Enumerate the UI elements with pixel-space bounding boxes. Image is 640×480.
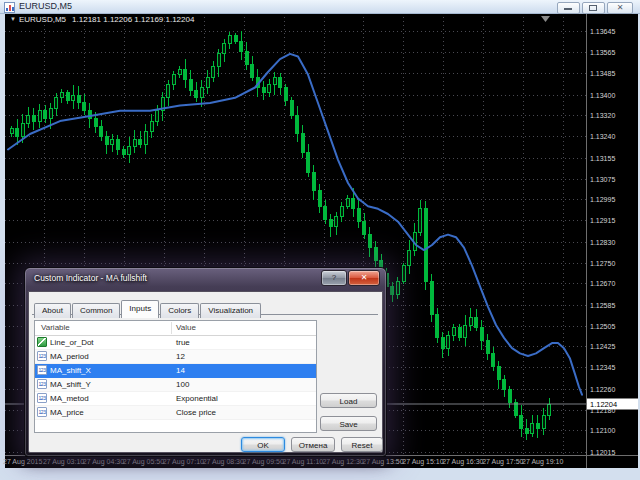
candle-body bbox=[72, 95, 75, 100]
candle-body bbox=[128, 147, 131, 155]
candle-body bbox=[346, 199, 349, 207]
candle-body bbox=[83, 103, 86, 111]
chart-window-icon bbox=[4, 2, 15, 13]
price-tick-label: 1.13240 bbox=[590, 133, 615, 140]
tab-colors[interactable]: Colors bbox=[160, 303, 199, 318]
candle-body bbox=[340, 206, 343, 216]
candle-body bbox=[144, 131, 147, 144]
candle-body bbox=[525, 428, 528, 433]
candle-body bbox=[228, 36, 231, 44]
candle-body bbox=[368, 235, 371, 248]
chart-window-title: EURUSD,M5 bbox=[19, 1, 72, 11]
param-value[interactable]: Exponential bbox=[176, 394, 218, 403]
param-row-ma_period[interactable]: 123MA_period12 bbox=[35, 350, 316, 364]
price-tick-label: 1.12585 bbox=[590, 302, 615, 309]
candle-body bbox=[424, 209, 427, 281]
candle-body bbox=[279, 77, 282, 87]
candle-body bbox=[133, 139, 136, 147]
close-window-button[interactable]: ✕ bbox=[607, 2, 633, 14]
candle-body bbox=[396, 281, 399, 294]
candle-body bbox=[301, 134, 304, 152]
param-value[interactable]: Close price bbox=[176, 408, 216, 417]
help-button[interactable]: ? bbox=[321, 270, 347, 286]
candle-body bbox=[100, 126, 103, 136]
candle-body bbox=[240, 41, 243, 51]
param-value[interactable]: 12 bbox=[176, 352, 185, 361]
time-tick-label: 27 Aug 03:10 bbox=[43, 458, 84, 466]
param-row-ma_metod[interactable]: 123MA_metodExponential bbox=[35, 392, 316, 406]
candle-body bbox=[32, 116, 35, 121]
time-tick-label: 27 Aug 11:10 bbox=[283, 458, 324, 466]
current-price-value: 1.12204 bbox=[590, 400, 617, 409]
time-tick-label: 27 Aug 09:50 bbox=[243, 458, 284, 466]
param-row-ma_price[interactable]: 123MA_priceClose price bbox=[35, 406, 316, 420]
chevron-down-icon[interactable]: ▼ bbox=[10, 16, 16, 22]
candle-body bbox=[206, 77, 209, 87]
candle-body bbox=[464, 325, 467, 338]
price-tick-label: 1.12260 bbox=[590, 386, 615, 393]
price-tick-label: 1.12100 bbox=[590, 427, 615, 434]
tab-about[interactable]: About bbox=[34, 303, 71, 318]
column-header-value[interactable]: Value bbox=[176, 323, 196, 332]
param-value[interactable]: 14 bbox=[176, 366, 185, 375]
price-tick-label: 1.12345 bbox=[590, 364, 615, 371]
candle-body bbox=[486, 340, 489, 353]
candle-body bbox=[402, 266, 405, 281]
candle-body bbox=[60, 93, 63, 98]
candle-body bbox=[122, 149, 125, 154]
candle-body bbox=[284, 87, 287, 100]
candle-body bbox=[234, 36, 237, 41]
param-row-line_or_dot[interactable]: Line_or_Dottrue bbox=[35, 336, 316, 350]
candle-body bbox=[497, 366, 500, 379]
candle-body bbox=[150, 121, 153, 131]
cancel-button[interactable]: Отмена bbox=[291, 437, 335, 452]
candle-body bbox=[312, 173, 315, 191]
candle-body bbox=[94, 118, 97, 126]
candle-body bbox=[55, 98, 58, 108]
candle-body bbox=[212, 67, 215, 77]
candle-body bbox=[307, 152, 310, 173]
candle-body bbox=[38, 111, 41, 121]
price-tick-label: 1.13400 bbox=[590, 92, 615, 99]
reset-button[interactable]: Reset bbox=[341, 437, 383, 452]
dialog-body: AboutCommonInputsColorsVisualization Var… bbox=[28, 291, 383, 453]
minimize-button[interactable] bbox=[557, 2, 580, 14]
price-tick-label: 1.12505 bbox=[590, 323, 615, 330]
tab-visualization[interactable]: Visualization bbox=[200, 303, 261, 318]
save-button[interactable]: Save bbox=[320, 416, 377, 431]
time-tick-label: 27 Aug 08:30 bbox=[203, 458, 244, 466]
candle-body bbox=[352, 199, 355, 209]
price-tick-label: 1.13645 bbox=[590, 28, 615, 35]
chart-symbol-label: EURUSD,M5 bbox=[19, 15, 66, 24]
price-tick-label: 1.12425 bbox=[590, 343, 615, 350]
dialog-title: Custom Indicator - MA fullshift bbox=[34, 273, 147, 283]
candle-body bbox=[21, 124, 24, 137]
enum-type-icon: 123 bbox=[37, 393, 47, 403]
column-header-variable[interactable]: Variable bbox=[41, 323, 70, 332]
candle-body bbox=[452, 328, 455, 336]
param-row-ma_shift_y[interactable]: 123MA_shift_Y100 bbox=[35, 378, 316, 392]
candle-body bbox=[223, 44, 226, 54]
candle-body bbox=[430, 281, 433, 315]
candle-body bbox=[536, 423, 539, 428]
load-button[interactable]: Load bbox=[320, 393, 377, 408]
tab-inputs[interactable]: Inputs bbox=[121, 300, 159, 318]
candle-body bbox=[105, 137, 108, 145]
param-row-ma_shift_x[interactable]: 123MA_shift_X14 bbox=[35, 364, 316, 378]
param-value[interactable]: true bbox=[176, 338, 190, 347]
mt5-window: { "window": { "title": "EURUSD,M5" }, "o… bbox=[0, 0, 640, 480]
dialog-close-button[interactable]: ✕ bbox=[348, 270, 380, 286]
candle-body bbox=[363, 222, 366, 235]
ok-button[interactable]: OK bbox=[241, 437, 285, 452]
candle-body bbox=[195, 90, 198, 98]
restore-button[interactable] bbox=[582, 2, 605, 14]
candle-body bbox=[503, 379, 506, 389]
tab-common[interactable]: Common bbox=[72, 303, 120, 318]
candle-body bbox=[116, 139, 119, 149]
int-type-icon: 123 bbox=[37, 379, 47, 389]
candle-body bbox=[408, 250, 411, 265]
price-tick-label: 1.13320 bbox=[590, 112, 615, 119]
param-value[interactable]: 100 bbox=[176, 380, 189, 389]
candle-body bbox=[391, 286, 394, 294]
param-name: Line_or_Dot bbox=[50, 338, 94, 347]
